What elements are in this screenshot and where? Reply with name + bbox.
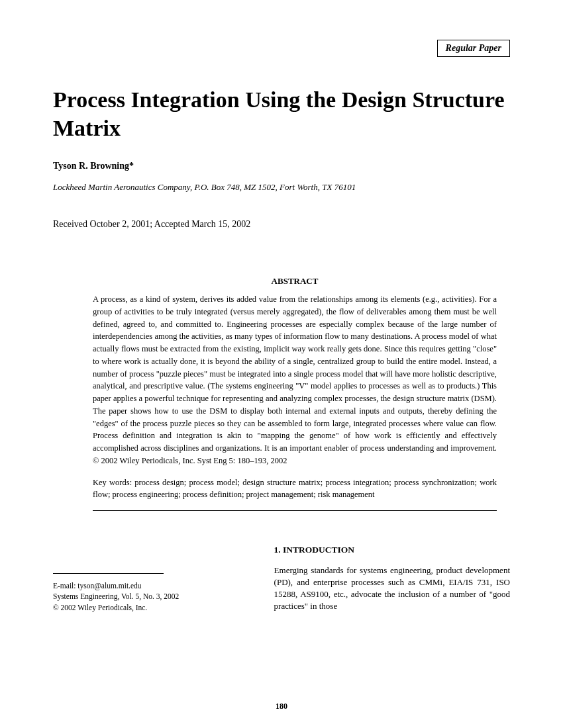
paper-title: Process Integration Using the Design Str… [53, 86, 510, 142]
abstract-heading: ABSTRACT [93, 276, 497, 287]
intro-body-text: Emerging standards for systems engineeri… [274, 565, 510, 613]
divider-rule [93, 510, 497, 511]
intro-column: 1. INTRODUCTION Emerging standards for s… [274, 544, 510, 613]
section-heading-introduction: 1. INTRODUCTION [274, 544, 510, 557]
footnote-rule [53, 573, 164, 574]
contact-email: E-mail: tyson@alum.mit.edu [53, 580, 254, 591]
footer-info-column: E-mail: tyson@alum.mit.edu Systems Engin… [53, 544, 254, 613]
author-name: Tyson R. Browning* [53, 161, 510, 171]
keywords: Key words: process design; process model… [93, 477, 497, 502]
author-affiliation: Lockheed Martin Aeronautics Company, P.O… [53, 182, 510, 193]
copyright-notice: © 2002 Wiley Periodicals, Inc. [53, 602, 254, 613]
journal-citation: Systems Engineering, Vol. 5, No. 3, 2002 [53, 591, 254, 602]
abstract-text: A process, as a kind of system, derives … [93, 293, 497, 467]
submission-dates: Received October 2, 2001; Accepted March… [53, 219, 510, 230]
abstract-block: ABSTRACT A process, as a kind of system,… [93, 276, 497, 511]
paper-type-badge: Regular Paper [437, 40, 510, 57]
page-number: 180 [0, 702, 563, 711]
body-columns: E-mail: tyson@alum.mit.edu Systems Engin… [53, 544, 510, 613]
